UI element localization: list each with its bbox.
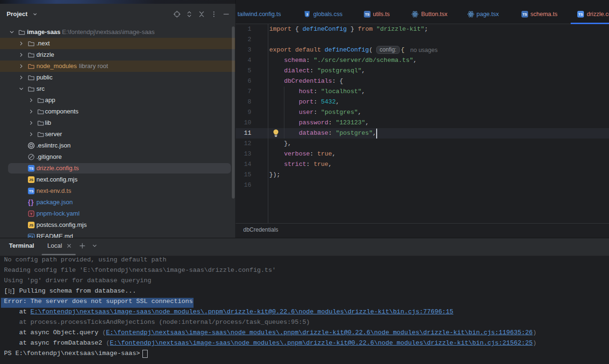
svg-text:TS: TS — [29, 189, 34, 193]
svg-text:Y: Y — [30, 212, 32, 216]
svg-text:TS: TS — [578, 12, 583, 17]
svg-text:JS: JS — [29, 178, 33, 182]
svg-text:TS: TS — [29, 166, 34, 171]
svg-text:TS: TS — [522, 12, 527, 17]
svg-text:JS: JS — [29, 223, 33, 227]
svg-text:TS: TS — [365, 12, 370, 17]
svg-text:3: 3 — [306, 12, 308, 17]
